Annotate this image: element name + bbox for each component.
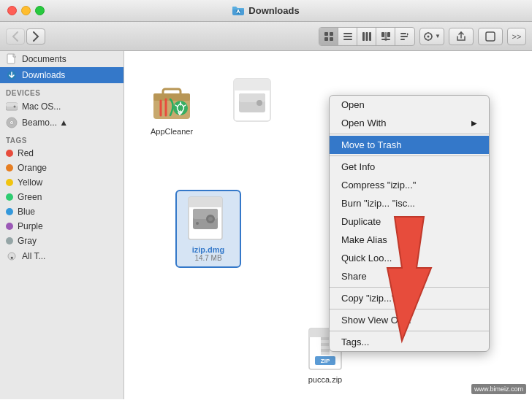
sidebar-label: Orange xyxy=(18,163,47,173)
context-menu-make-alias[interactable]: Make Alias xyxy=(330,231,489,249)
sidebar-item-tag-blue[interactable]: Blue xyxy=(0,204,123,219)
maximize-button[interactable] xyxy=(35,6,45,15)
sidebar-item-tag-yellow[interactable]: Yellow xyxy=(0,175,123,190)
svg-rect-34 xyxy=(163,89,180,96)
sidebar-item-beamo[interactable]: Beamo... ▲ xyxy=(0,115,123,131)
sidebar-label: Mac OS... xyxy=(22,101,61,112)
file-size: 14.7 MB xyxy=(194,254,221,262)
devices-header: Devices xyxy=(0,83,123,99)
view-buttons xyxy=(319,27,415,46)
context-menu-burn[interactable]: Burn "izip... "isc... xyxy=(330,194,489,212)
context-menu-open[interactable]: Open xyxy=(330,96,489,114)
svg-rect-12 xyxy=(381,32,384,37)
diskimage-right-icon xyxy=(229,77,276,124)
sidebar-label: All T... xyxy=(22,251,45,261)
share-button[interactable] xyxy=(449,28,474,45)
svg-rect-46 xyxy=(189,202,222,207)
sidebar-item-documents[interactable]: Documents xyxy=(0,51,123,67)
watermark: www.bimeiz.com xyxy=(471,384,526,394)
svg-point-43 xyxy=(256,100,262,106)
arrange-button[interactable] xyxy=(395,28,414,45)
svg-point-26 xyxy=(14,106,16,108)
sidebar-item-tag-gray[interactable]: Gray xyxy=(0,234,123,248)
icon-view-button[interactable] xyxy=(319,28,338,45)
main-layout: Documents Downloads Devices Mac OS... Be… xyxy=(0,51,532,399)
sidebar-label: Purple xyxy=(18,221,43,231)
svg-rect-4 xyxy=(324,37,328,41)
svg-rect-25 xyxy=(6,103,18,107)
context-menu-open-with[interactable]: Open With ▶ xyxy=(330,114,489,132)
svg-rect-10 xyxy=(365,32,368,41)
svg-rect-2 xyxy=(324,32,328,36)
file-item-diskimage-right[interactable] xyxy=(219,73,285,268)
cover-flow-button[interactable] xyxy=(376,28,395,45)
sidebar-item-tag-green[interactable]: Green xyxy=(0,190,123,204)
traffic-lights xyxy=(7,6,45,15)
sidebar-label: Documents xyxy=(22,54,66,64)
window-title: Downloads xyxy=(232,5,299,17)
list-view-button[interactable] xyxy=(338,28,357,45)
close-button[interactable] xyxy=(7,6,17,15)
sidebar-label: Blue xyxy=(18,207,35,217)
context-menu-move-to-trash[interactable]: Move to Trash xyxy=(330,136,489,154)
sidebar-item-tag-purple[interactable]: Purple xyxy=(0,219,123,234)
context-menu-separator-2 xyxy=(330,155,489,156)
svg-rect-40 xyxy=(234,85,270,91)
navigation-buttons xyxy=(6,28,45,45)
content-area: AppCleaner xyxy=(124,51,532,399)
context-menu-compress[interactable]: Compress "izip..." xyxy=(330,176,489,194)
context-menu-separator-4 xyxy=(330,309,489,309)
sidebar-item-tag-red[interactable]: Red xyxy=(0,146,123,161)
svg-rect-9 xyxy=(362,32,365,41)
sidebar-label: Red xyxy=(18,148,34,158)
sidebar: Documents Downloads Devices Mac OS... Be… xyxy=(0,51,124,399)
svg-text:ZIP: ZIP xyxy=(321,358,330,364)
file-name: pucca.zip xyxy=(308,375,342,384)
tag-orange-dot xyxy=(6,164,13,172)
context-menu-duplicate[interactable]: Duplicate xyxy=(330,212,489,231)
sidebar-item-tag-all[interactable]: ● All T... xyxy=(0,248,123,264)
sidebar-item-tag-orange[interactable]: Orange xyxy=(0,161,123,175)
context-menu-share[interactable]: Share xyxy=(330,267,489,285)
context-menu-separator-3 xyxy=(330,287,489,288)
context-menu-separator-5 xyxy=(330,331,489,331)
sidebar-label: Beamo... ▲ xyxy=(22,118,68,128)
context-menu-tags[interactable]: Tags... xyxy=(330,333,489,351)
svg-rect-5 xyxy=(330,37,333,41)
svg-rect-18 xyxy=(400,39,405,40)
context-menu: Open Open With ▶ Move to Trash Get Info … xyxy=(329,95,490,352)
context-menu-separator-1 xyxy=(330,134,489,134)
svg-rect-16 xyxy=(400,33,406,34)
context-menu-get-info[interactable]: Get Info xyxy=(330,158,489,176)
column-view-button[interactable] xyxy=(357,28,376,45)
context-menu-show-view-options[interactable]: Show View Op... xyxy=(330,311,489,329)
tag-blue-dot xyxy=(6,208,13,215)
svg-rect-59 xyxy=(321,349,330,352)
sidebar-label: Yellow xyxy=(18,177,42,188)
forward-button[interactable] xyxy=(26,28,45,45)
svg-rect-6 xyxy=(343,33,352,34)
all-tags-icon: ● xyxy=(6,250,18,262)
minimize-button[interactable] xyxy=(21,6,31,15)
svg-rect-17 xyxy=(400,36,408,37)
sidebar-item-macos[interactable]: Mac OS... xyxy=(0,99,123,115)
back-button[interactable] xyxy=(6,28,25,45)
file-name: AppCleaner xyxy=(151,127,193,136)
tag-yellow-dot xyxy=(6,179,13,186)
tags-header: Tags xyxy=(0,131,123,146)
context-menu-quick-look[interactable]: Quick Loo... xyxy=(330,249,489,267)
svg-rect-21 xyxy=(486,32,495,41)
appcleaner-icon xyxy=(148,77,195,124)
svg-point-29 xyxy=(11,122,12,123)
action-button[interactable]: ▼ xyxy=(419,28,444,45)
toolbar: ▼ >> xyxy=(0,22,532,51)
svg-rect-14 xyxy=(387,32,390,37)
search-button[interactable] xyxy=(478,28,503,45)
sidebar-label: Downloads xyxy=(22,70,65,80)
tag-purple-dot xyxy=(6,223,13,230)
sidebar-item-downloads[interactable]: Downloads xyxy=(0,67,123,83)
more-button[interactable]: >> xyxy=(507,28,526,45)
svg-rect-8 xyxy=(343,39,352,40)
context-menu-copy[interactable]: Copy "izip..." xyxy=(330,289,489,307)
svg-rect-15 xyxy=(381,39,390,40)
